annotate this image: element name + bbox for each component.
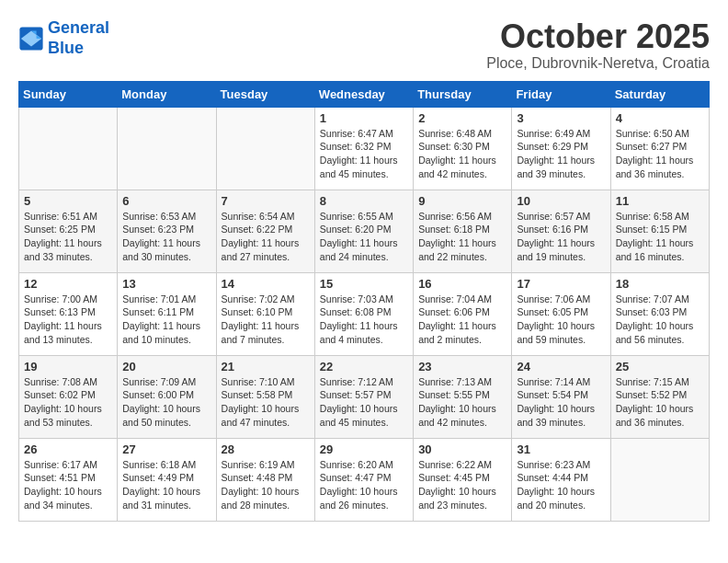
day-cell: 22Sunrise: 7:12 AMSunset: 5:57 PMDayligh… [314,355,413,438]
day-number: 30 [418,442,506,456]
day-number: 6 [122,194,210,208]
calendar-title: October 2025 [486,18,710,55]
day-cell: 3Sunrise: 6:49 AMSunset: 6:29 PMDaylight… [512,107,610,190]
day-info: Sunrise: 7:01 AMSunset: 6:11 PMDaylight:… [122,293,210,347]
day-info: Sunrise: 6:47 AMSunset: 6:32 PMDaylight:… [320,127,408,181]
day-cell: 29Sunrise: 6:20 AMSunset: 4:47 PMDayligh… [314,438,413,521]
day-cell: 19Sunrise: 7:08 AMSunset: 6:02 PMDayligh… [19,355,118,438]
day-cell: 11Sunrise: 6:58 AMSunset: 6:15 PMDayligh… [610,190,709,272]
day-cell: 13Sunrise: 7:01 AMSunset: 6:11 PMDayligh… [118,272,216,355]
calendar-header-row: SundayMondayTuesdayWednesdayThursdayFrid… [19,81,710,107]
day-cell: 30Sunrise: 6:22 AMSunset: 4:45 PMDayligh… [414,438,512,521]
day-number: 1 [320,111,408,125]
day-number: 11 [616,194,704,208]
day-number: 24 [517,360,605,373]
day-number: 7 [222,194,310,208]
calendar-subtitle: Ploce, Dubrovnik-Neretva, Croatia [486,55,710,72]
day-cell: 17Sunrise: 7:06 AMSunset: 6:05 PMDayligh… [512,272,610,355]
week-row-5: 26Sunrise: 6:17 AMSunset: 4:51 PMDayligh… [19,438,710,521]
day-header-thursday: Thursday [414,81,512,107]
day-header-wednesday: Wednesday [314,81,413,107]
day-cell: 31Sunrise: 6:23 AMSunset: 4:44 PMDayligh… [512,438,610,521]
logo-line2: Blue [48,39,84,57]
day-info: Sunrise: 6:57 AMSunset: 6:16 PMDaylight:… [517,210,605,264]
day-number: 26 [24,442,112,456]
day-header-monday: Monday [118,81,216,107]
day-cell: 14Sunrise: 7:02 AMSunset: 6:10 PMDayligh… [216,272,314,355]
day-number: 13 [122,277,210,291]
day-info: Sunrise: 6:48 AMSunset: 6:30 PMDaylight:… [418,127,506,181]
day-info: Sunrise: 6:50 AMSunset: 6:27 PMDaylight:… [616,127,704,181]
day-info: Sunrise: 7:10 AMSunset: 5:58 PMDaylight:… [222,375,310,430]
day-number: 28 [222,442,310,456]
day-info: Sunrise: 7:06 AMSunset: 6:05 PMDaylight:… [517,293,605,347]
day-cell: 21Sunrise: 7:10 AMSunset: 5:58 PMDayligh… [216,355,314,438]
logo-text: General Blue [48,18,109,58]
logo: General Blue [18,18,109,58]
day-info: Sunrise: 7:13 AMSunset: 5:55 PMDaylight:… [418,375,506,430]
day-info: Sunrise: 7:09 AMSunset: 6:00 PMDaylight:… [122,375,210,430]
day-cell: 4Sunrise: 6:50 AMSunset: 6:27 PMDaylight… [610,107,709,190]
day-info: Sunrise: 6:55 AMSunset: 6:20 PMDaylight:… [320,210,408,264]
day-info: Sunrise: 7:07 AMSunset: 6:03 PMDaylight:… [616,293,704,347]
day-info: Sunrise: 6:23 AMSunset: 4:44 PMDaylight:… [517,458,605,512]
week-row-3: 12Sunrise: 7:00 AMSunset: 6:13 PMDayligh… [19,272,710,355]
day-info: Sunrise: 6:20 AMSunset: 4:47 PMDaylight:… [320,458,408,512]
day-number: 21 [222,360,310,373]
page-header: General Blue October 2025 Ploce, Dubrovn… [18,18,710,72]
day-info: Sunrise: 7:08 AMSunset: 6:02 PMDaylight:… [24,375,112,430]
day-number: 8 [320,194,408,208]
day-info: Sunrise: 7:00 AMSunset: 6:13 PMDaylight:… [24,293,112,347]
day-cell: 23Sunrise: 7:13 AMSunset: 5:55 PMDayligh… [414,355,512,438]
title-block: October 2025 Ploce, Dubrovnik-Neretva, C… [486,18,710,72]
day-cell: 5Sunrise: 6:51 AMSunset: 6:25 PMDaylight… [19,190,118,272]
day-header-saturday: Saturday [610,81,709,107]
week-row-1: 1Sunrise: 6:47 AMSunset: 6:32 PMDaylight… [19,107,710,190]
day-number: 9 [418,194,506,208]
day-header-tuesday: Tuesday [216,81,314,107]
day-cell: 10Sunrise: 6:57 AMSunset: 6:16 PMDayligh… [512,190,610,272]
day-number: 10 [517,194,605,208]
day-info: Sunrise: 7:04 AMSunset: 6:06 PMDaylight:… [418,293,506,347]
day-cell: 6Sunrise: 6:53 AMSunset: 6:23 PMDaylight… [118,190,216,272]
day-info: Sunrise: 6:58 AMSunset: 6:15 PMDaylight:… [616,210,704,264]
week-row-4: 19Sunrise: 7:08 AMSunset: 6:02 PMDayligh… [19,355,710,438]
day-number: 5 [24,194,112,208]
day-number: 14 [222,277,310,291]
day-info: Sunrise: 7:15 AMSunset: 5:52 PMDaylight:… [616,375,704,430]
day-info: Sunrise: 6:53 AMSunset: 6:23 PMDaylight:… [122,210,210,264]
day-cell: 25Sunrise: 7:15 AMSunset: 5:52 PMDayligh… [610,355,709,438]
day-number: 17 [517,277,605,291]
day-cell: 15Sunrise: 7:03 AMSunset: 6:08 PMDayligh… [314,272,413,355]
day-cell [216,107,314,190]
day-cell: 26Sunrise: 6:17 AMSunset: 4:51 PMDayligh… [19,438,118,521]
day-cell: 24Sunrise: 7:14 AMSunset: 5:54 PMDayligh… [512,355,610,438]
day-info: Sunrise: 6:18 AMSunset: 4:49 PMDaylight:… [122,458,210,512]
day-number: 3 [517,111,605,125]
day-number: 20 [122,360,210,373]
day-cell: 27Sunrise: 6:18 AMSunset: 4:49 PMDayligh… [118,438,216,521]
day-cell: 20Sunrise: 7:09 AMSunset: 6:00 PMDayligh… [118,355,216,438]
calendar-body: 1Sunrise: 6:47 AMSunset: 6:32 PMDaylight… [19,107,710,521]
day-info: Sunrise: 6:54 AMSunset: 6:22 PMDaylight:… [222,210,310,264]
day-number: 15 [320,277,408,291]
day-info: Sunrise: 6:17 AMSunset: 4:51 PMDaylight:… [24,458,112,512]
logo-line1: General [48,18,109,37]
week-row-2: 5Sunrise: 6:51 AMSunset: 6:25 PMDaylight… [19,190,710,272]
day-header-sunday: Sunday [19,81,118,107]
day-cell: 9Sunrise: 6:56 AMSunset: 6:18 PMDaylight… [414,190,512,272]
day-info: Sunrise: 6:56 AMSunset: 6:18 PMDaylight:… [418,210,506,264]
day-cell: 18Sunrise: 7:07 AMSunset: 6:03 PMDayligh… [610,272,709,355]
day-number: 23 [418,360,506,373]
day-info: Sunrise: 7:02 AMSunset: 6:10 PMDaylight:… [222,293,310,347]
day-cell [118,107,216,190]
day-info: Sunrise: 6:22 AMSunset: 4:45 PMDaylight:… [418,458,506,512]
day-cell: 16Sunrise: 7:04 AMSunset: 6:06 PMDayligh… [414,272,512,355]
day-number: 22 [320,360,408,373]
logo-icon [18,26,44,52]
day-number: 27 [122,442,210,456]
day-number: 19 [24,360,112,373]
day-info: Sunrise: 7:03 AMSunset: 6:08 PMDaylight:… [320,293,408,347]
day-cell: 1Sunrise: 6:47 AMSunset: 6:32 PMDaylight… [314,107,413,190]
day-cell: 12Sunrise: 7:00 AMSunset: 6:13 PMDayligh… [19,272,118,355]
